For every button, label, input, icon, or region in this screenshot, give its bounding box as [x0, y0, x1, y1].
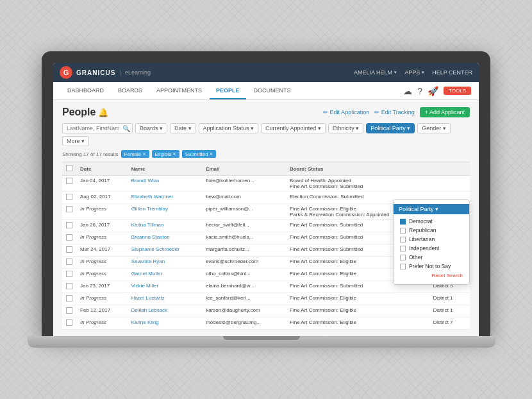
- logo-divider: |: [119, 69, 121, 76]
- row-email: bew@mail.com: [202, 192, 286, 204]
- nav-dashboard[interactable]: DASHBOARD: [61, 82, 110, 99]
- dropdown-checkbox: [400, 237, 406, 242]
- date-label: Date ▾: [174, 125, 192, 132]
- application-status-filter[interactable]: Application Status ▾: [199, 123, 259, 133]
- nav-people[interactable]: PEOPLE: [210, 82, 246, 99]
- row-checkbox[interactable]: [62, 318, 76, 330]
- row-email: lee_sanford@kerl...: [202, 293, 286, 305]
- dropdown-option[interactable]: Republican: [394, 226, 469, 235]
- help-center-link[interactable]: HELP CENTER: [432, 69, 472, 76]
- row-checkbox[interactable]: [62, 257, 76, 269]
- edit-application-link[interactable]: ✏ Edit Application: [323, 109, 369, 115]
- user-name: AMELIA HELM: [354, 69, 392, 76]
- table-row: Feb 12, 2017 Delilah Lebsack karson@daug…: [62, 305, 470, 318]
- row-checkbox[interactable]: [62, 244, 76, 257]
- gender-filter[interactable]: Gender ▾: [417, 123, 451, 133]
- filter-tag-submitted[interactable]: Submitted ×: [182, 150, 216, 158]
- currently-appointed-label: Currently Appointed ▾: [265, 125, 321, 132]
- boards-filter[interactable]: Boards ▾: [135, 123, 167, 133]
- nav-documents[interactable]: DOCUMENTS: [247, 82, 297, 99]
- tools-button[interactable]: TOOLS: [444, 87, 471, 95]
- upload-icon[interactable]: ☁: [403, 86, 412, 96]
- row-name[interactable]: Karine Kling: [128, 318, 202, 330]
- row-date: In Progress: [76, 293, 128, 305]
- filter-tag-eligible[interactable]: Eligible ×: [152, 150, 179, 158]
- dropdown-option-label: Republican: [409, 227, 436, 233]
- select-all-header[interactable]: [62, 162, 76, 176]
- add-applicant-button[interactable]: + Add Applicant: [420, 107, 470, 117]
- dropdown-title: Political Party ▾: [399, 206, 438, 212]
- row-status: Fine Art Commission: Eligible: [286, 305, 429, 318]
- product-name: eLearning: [125, 69, 151, 76]
- remove-female-filter[interactable]: ×: [142, 151, 145, 157]
- rocket-icon[interactable]: 🚀: [428, 86, 438, 96]
- row-name[interactable]: Elizabeth Warriner: [128, 192, 202, 204]
- dropdown-option[interactable]: Independent: [394, 244, 469, 253]
- nav-appointments[interactable]: APPOINTMENTS: [150, 82, 208, 99]
- row-name[interactable]: Hazel Luetwitz: [128, 293, 202, 305]
- political-party-filter[interactable]: Political Party ▾: [366, 123, 415, 133]
- row-checkbox[interactable]: [62, 204, 76, 220]
- row-checkbox[interactable]: [62, 220, 76, 232]
- row-email: piper_williamson@...: [202, 204, 286, 220]
- nav-boards[interactable]: BOARDS: [112, 82, 149, 99]
- row-name[interactable]: Brandt Wiza: [128, 176, 202, 192]
- currently-appointed-filter[interactable]: Currently Appointed ▾: [261, 123, 326, 133]
- row-checkbox[interactable]: [62, 305, 76, 318]
- table-row: Jan 04, 2017 Brandt Wiza floie@kohlerhom…: [62, 176, 470, 192]
- row-name[interactable]: Karina Tillman: [128, 220, 202, 232]
- row-date: Jan 23, 2017: [76, 281, 128, 293]
- dropdown-option[interactable]: Other: [394, 253, 469, 262]
- chevron-down-icon: ▾: [422, 70, 424, 75]
- logo-area: G GRANICUS | eLearning: [60, 66, 151, 79]
- chevron-down-icon: ▾: [394, 70, 397, 75]
- apps-menu[interactable]: APPS ▾: [404, 69, 424, 76]
- date-filter[interactable]: Date ▾: [170, 123, 196, 133]
- row-checkbox[interactable]: [62, 269, 76, 281]
- row-checkbox[interactable]: [62, 176, 76, 192]
- row-name[interactable]: Savanna Ryan: [128, 257, 202, 269]
- dropdown-option[interactable]: Democrat: [394, 217, 469, 226]
- row-email: hector_swift@feli...: [202, 220, 286, 232]
- more-filter[interactable]: More ▾: [62, 136, 89, 146]
- row-checkbox[interactable]: [62, 232, 76, 244]
- email-header: Email: [202, 162, 286, 176]
- apps-label: APPS: [404, 69, 420, 76]
- row-checkbox[interactable]: [62, 192, 76, 204]
- dropdown-header: Political Party ▾: [394, 204, 469, 214]
- app-status-label: Application Status ▾: [203, 125, 254, 132]
- dropdown-option[interactable]: Libertarian: [394, 235, 469, 244]
- row-name[interactable]: Breanna Stanton: [128, 232, 202, 244]
- tools-label: TOOLS: [449, 88, 466, 94]
- row-email: margarita.schultz...: [202, 244, 286, 257]
- dropdown-checkbox: [400, 264, 406, 269]
- remove-submitted-filter[interactable]: ×: [210, 151, 213, 157]
- search-wrap: 🔍: [62, 123, 133, 133]
- more-label: More ▾: [67, 138, 85, 144]
- ethnicity-filter[interactable]: Ethnicity ▾: [328, 123, 364, 133]
- row-district: District 1: [429, 293, 470, 305]
- filter-tag-female[interactable]: Female ×: [121, 150, 149, 158]
- help-icon[interactable]: ?: [417, 86, 422, 96]
- dropdown-option-label: Independent: [409, 245, 439, 251]
- edit-tracking-label: ✏ Edit Tracking: [374, 109, 415, 115]
- search-icon: 🔍: [122, 125, 130, 132]
- row-checkbox[interactable]: [62, 293, 76, 305]
- row-name[interactable]: Stephanie Schroeder: [128, 244, 202, 257]
- dropdown-checkbox: [400, 246, 406, 251]
- result-count: Showing 17 of 17 results: [62, 151, 119, 157]
- reset-search-link[interactable]: Reset Search: [394, 271, 469, 280]
- remove-eligible-filter[interactable]: ×: [172, 151, 176, 157]
- edit-tracking-link[interactable]: ✏ Edit Tracking: [374, 109, 415, 115]
- row-status: Fine Art Commission: Eligible: [286, 293, 429, 305]
- row-name[interactable]: Delilah Lebsack: [128, 305, 202, 318]
- row-name[interactable]: Vickie Miller: [128, 281, 202, 293]
- add-applicant-label: + Add Applicant: [425, 109, 465, 115]
- dropdown-option[interactable]: Prefer Not to Say: [394, 262, 469, 271]
- date-header: Date: [76, 162, 128, 176]
- row-checkbox[interactable]: [62, 281, 76, 293]
- row-name[interactable]: Gillian Tremblay: [128, 204, 202, 220]
- user-menu[interactable]: AMELIA HELM ▾: [354, 69, 397, 76]
- row-name[interactable]: Garnet Muller: [128, 269, 202, 281]
- dropdown-option-label: Prefer Not to Say: [409, 263, 451, 269]
